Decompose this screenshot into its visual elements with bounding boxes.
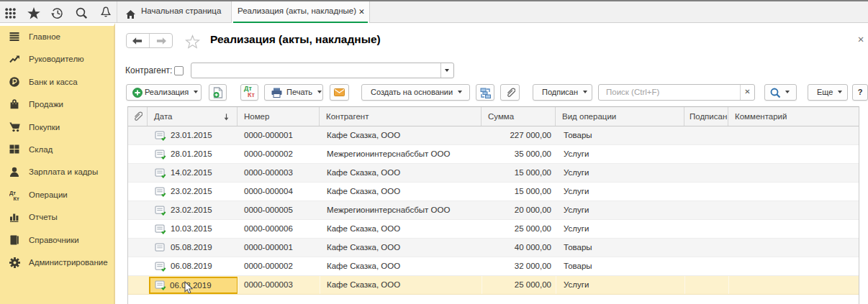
svg-text:Кт: Кт: [14, 195, 20, 201]
